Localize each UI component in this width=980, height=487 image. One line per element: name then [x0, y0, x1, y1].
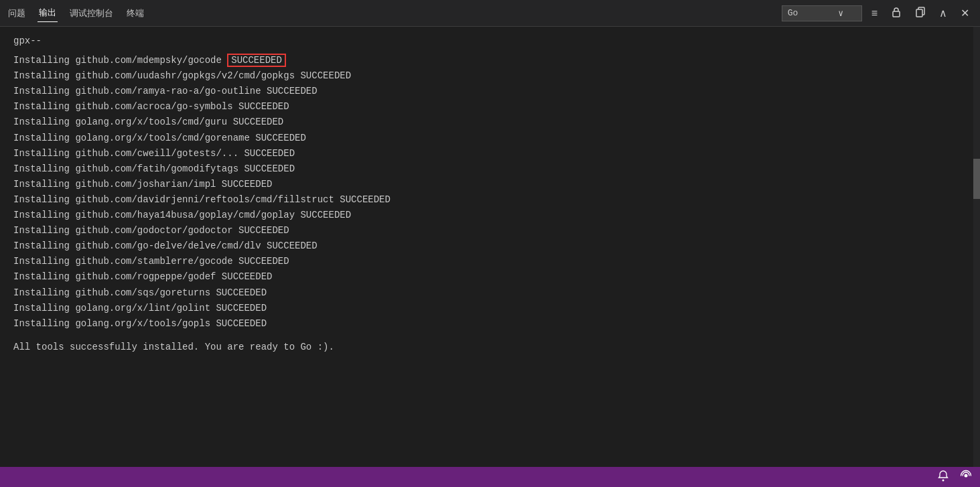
lock-button[interactable] [887, 4, 906, 23]
output-line-1: Installing github.com/mdempsky/gocode SU… [13, 53, 960, 68]
svg-rect-2 [916, 9, 922, 17]
tab-terminal[interactable]: 终端 [125, 5, 145, 22]
copy-button[interactable] [911, 4, 930, 23]
toolbar-tabs: 问题 输出 调试控制台 终端 [7, 4, 782, 22]
output-line-8: Installing github.com/fatih/gomodifytags… [13, 161, 960, 177]
broadcast-icon[interactable] [960, 470, 972, 485]
chevron-down-icon: ∨ [838, 8, 843, 19]
toolbar: 问题 输出 调试控制台 终端 Go ∨ ≡ [0, 0, 980, 27]
output-line-14: Installing github.com/stamblerre/gocode … [13, 254, 960, 269]
truncated-line: gpx-- [13, 33, 960, 49]
tab-problems[interactable]: 问题 [7, 5, 27, 22]
output-line-15: Installing github.com/rogpeppe/godef SUC… [13, 269, 960, 285]
language-value: Go [788, 8, 798, 18]
close-panel-button[interactable]: ✕ [957, 4, 973, 22]
language-dropdown[interactable]: Go ∨ [782, 5, 862, 21]
output-line-5: Installing golang.org/x/tools/cmd/guru S… [13, 115, 960, 130]
filter-icon: ≡ [871, 7, 878, 19]
output-line-12: Installing github.com/godoctor/godoctor … [13, 223, 960, 238]
terminal-output[interactable]: gpx-- Installing github.com/mdempsky/goc… [0, 27, 973, 467]
tab-output[interactable]: 输出 [38, 4, 58, 22]
vertical-scrollbar[interactable] [973, 27, 980, 467]
line-1-prefix: Installing github.com/mdempsky/gocode [13, 55, 227, 66]
output-line-11: Installing github.com/haya14busa/goplay/… [13, 208, 960, 223]
scroll-up-button[interactable]: ∧ [935, 4, 951, 22]
svg-point-4 [965, 474, 968, 477]
output-line-13: Installing github.com/go-delve/delve/cmd… [13, 238, 960, 254]
close-icon: ✕ [961, 7, 969, 19]
chevron-up-icon: ∧ [939, 7, 947, 19]
scrollbar-thumb[interactable] [973, 159, 980, 199]
succeeded-highlight-1: SUCCEEDED [227, 54, 286, 67]
filter-button[interactable]: ≡ [867, 5, 882, 22]
tab-debug-console[interactable]: 调试控制台 [68, 5, 115, 22]
output-line-10: Installing github.com/davidrjenni/reftoo… [13, 192, 960, 208]
copy-icon [915, 7, 926, 20]
final-message: All tools successfully installed. You ar… [13, 340, 960, 355]
svg-rect-0 [893, 11, 900, 17]
main-content: gpx-- Installing github.com/mdempsky/goc… [0, 27, 980, 467]
output-line-6: Installing golang.org/x/tools/cmd/gorena… [13, 131, 960, 146]
notification-icon[interactable] [937, 470, 949, 485]
svg-point-3 [942, 479, 944, 481]
lock-icon [891, 7, 902, 20]
output-line-17: Installing golang.org/x/lint/golint SUCC… [13, 301, 960, 316]
output-line-7: Installing github.com/cweill/gotests/...… [13, 146, 960, 161]
output-line-3: Installing github.com/ramya-rao-a/go-out… [13, 84, 960, 99]
output-line-2: Installing github.com/uudashr/gopkgs/v2/… [13, 68, 960, 84]
output-line-16: Installing github.com/sqs/goreturns SUCC… [13, 285, 960, 301]
toolbar-right: Go ∨ ≡ ∧ ✕ [782, 4, 973, 23]
output-line-9: Installing github.com/josharian/impl SUC… [13, 177, 960, 192]
output-line-4: Installing github.com/acroca/go-symbols … [13, 99, 960, 115]
output-line-18: Installing golang.org/x/tools/gopls SUCC… [13, 316, 960, 332]
statusbar [0, 467, 980, 487]
